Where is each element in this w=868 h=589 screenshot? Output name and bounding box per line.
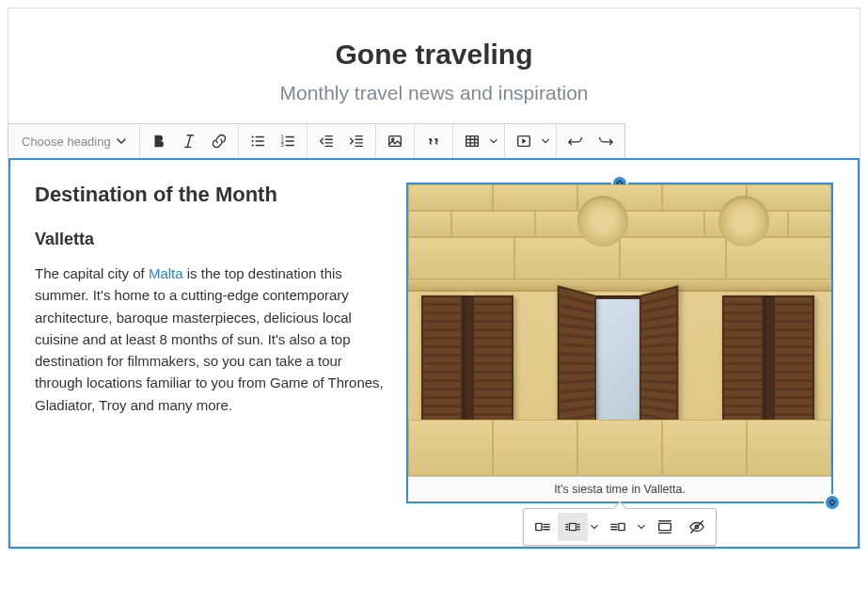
media-dropdown[interactable] xyxy=(509,126,552,156)
svg-point-0 xyxy=(251,135,253,137)
italic-icon xyxy=(181,133,197,150)
numbered-list-button[interactable]: 123 xyxy=(273,126,303,156)
eye-off-icon xyxy=(688,518,705,535)
image-widget[interactable]: It's siesta time in Valletta. xyxy=(406,183,833,503)
align-center-icon xyxy=(564,518,581,535)
chevron-down-icon xyxy=(117,136,126,146)
svg-rect-10 xyxy=(536,523,542,530)
link-button[interactable] xyxy=(204,126,234,156)
full-width-button[interactable] xyxy=(650,513,680,541)
align-right-icon xyxy=(609,518,626,535)
align-left-button[interactable] xyxy=(528,513,558,541)
align-right-button[interactable] xyxy=(603,513,633,541)
undo-button[interactable] xyxy=(560,126,591,156)
para-text-after: is the top destination this summer. It's… xyxy=(35,265,384,413)
align-right-caret[interactable] xyxy=(635,523,648,531)
image-content[interactable] xyxy=(408,184,831,476)
document-outer: Gone traveling Monthly travel news and i… xyxy=(8,8,860,549)
chevron-down-icon xyxy=(542,137,549,145)
table-button[interactable] xyxy=(457,126,487,156)
table-dropdown[interactable] xyxy=(457,126,500,156)
svg-rect-13 xyxy=(659,523,671,530)
align-left-icon xyxy=(534,518,551,535)
redo-icon xyxy=(597,133,614,150)
outdent-icon xyxy=(318,133,335,150)
bulleted-list-icon xyxy=(249,133,266,150)
svg-rect-8 xyxy=(466,136,478,147)
image-balloon-toolbar xyxy=(523,508,717,546)
quote-icon xyxy=(425,133,442,150)
media-icon xyxy=(515,133,532,150)
image-icon xyxy=(387,133,403,150)
editor-content-area[interactable]: Destination of the Month Valletta The ca… xyxy=(8,158,860,549)
image-caption[interactable]: It's siesta time in Valletta. xyxy=(408,476,831,501)
table-icon xyxy=(464,133,481,150)
content-subheading[interactable]: Valletta xyxy=(35,230,387,249)
bulleted-list-button[interactable] xyxy=(243,126,273,156)
malta-link[interactable]: Malta xyxy=(149,265,183,281)
align-center-caret[interactable] xyxy=(588,523,601,531)
header: Gone traveling Monthly travel news and i… xyxy=(8,8,860,123)
svg-rect-12 xyxy=(619,523,624,530)
svg-rect-6 xyxy=(388,136,401,147)
editor-toolbar: Choose heading 123 xyxy=(8,123,625,159)
chevron-down-icon xyxy=(490,137,497,145)
svg-point-7 xyxy=(391,138,393,140)
chevron-down-icon xyxy=(591,523,598,531)
para-text-before: The capital city of xyxy=(35,265,149,281)
link-icon xyxy=(211,133,228,150)
outdent-button[interactable] xyxy=(311,126,341,156)
media-button[interactable] xyxy=(509,126,539,156)
resize-handle-bottom-right[interactable] xyxy=(824,494,841,511)
bold-button[interactable] xyxy=(144,126,174,156)
redo-button[interactable] xyxy=(591,126,621,156)
toggle-caption-button[interactable] xyxy=(682,513,712,541)
svg-point-2 xyxy=(251,144,253,146)
blockquote-button[interactable] xyxy=(418,126,449,156)
indent-icon xyxy=(348,133,365,150)
italic-button[interactable] xyxy=(174,126,204,156)
numbered-list-icon: 123 xyxy=(279,133,296,150)
content-paragraph[interactable]: The capital city of Malta is the top des… xyxy=(35,263,387,416)
align-center-button[interactable] xyxy=(558,513,588,541)
indent-button[interactable] xyxy=(341,126,371,156)
content-heading[interactable]: Destination of the Month xyxy=(35,183,387,207)
undo-icon xyxy=(567,133,584,150)
page-title: Gone traveling xyxy=(27,39,841,71)
heading-dropdown-label: Choose heading xyxy=(22,135,111,149)
page-subtitle: Monthly travel news and inspiration xyxy=(27,82,841,104)
svg-rect-11 xyxy=(569,523,576,530)
bold-icon xyxy=(150,133,167,150)
svg-point-1 xyxy=(251,140,253,142)
svg-text:3: 3 xyxy=(281,142,284,148)
full-width-icon xyxy=(656,518,673,535)
chevron-down-icon xyxy=(638,523,645,531)
text-column[interactable]: Destination of the Month Valletta The ca… xyxy=(35,183,387,416)
heading-dropdown[interactable]: Choose heading xyxy=(12,124,135,158)
image-button[interactable] xyxy=(380,126,410,156)
